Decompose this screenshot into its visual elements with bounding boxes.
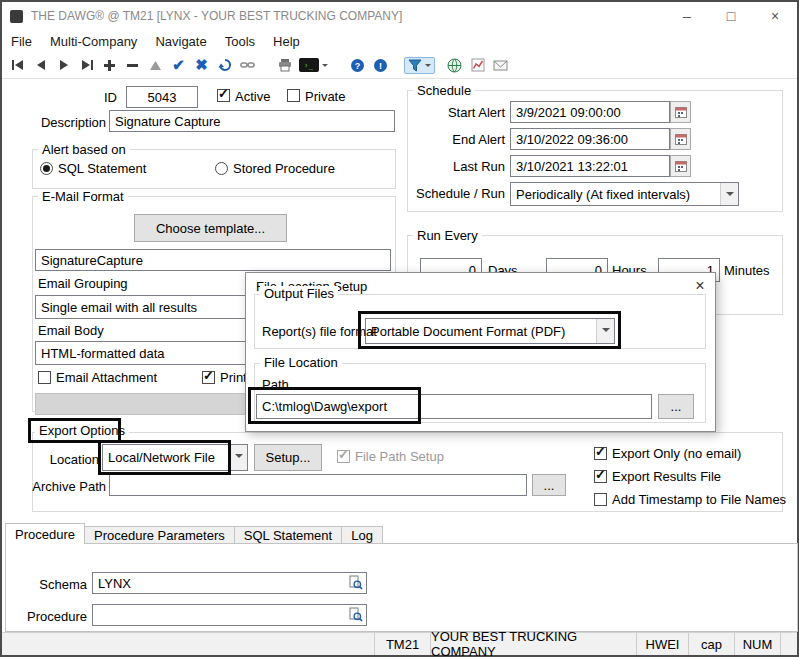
lookup-icon xyxy=(348,575,363,590)
path-browse-button[interactable]: ... xyxy=(658,394,694,419)
schema-field[interactable]: LYNX xyxy=(92,572,367,594)
export-results-checkbox[interactable] xyxy=(594,470,607,483)
status-num: NUM xyxy=(735,633,781,655)
last-record-button[interactable] xyxy=(75,54,98,76)
calendar-icon xyxy=(675,133,687,145)
procedure-label: Procedure xyxy=(22,609,87,624)
procedure-lookup-button[interactable] xyxy=(348,607,363,622)
first-record-button[interactable] xyxy=(6,54,29,76)
print-checkbox[interactable] xyxy=(202,371,215,384)
sql-statement-radio[interactable] xyxy=(40,162,53,175)
delete-record-icon[interactable] xyxy=(121,54,144,76)
maximize-button[interactable]: □ xyxy=(709,2,753,30)
tab-procedure[interactable]: Procedure xyxy=(5,523,85,544)
menu-file[interactable]: File xyxy=(2,32,41,51)
close-button[interactable]: × xyxy=(753,2,797,30)
add-record-icon[interactable] xyxy=(98,54,121,76)
tab-procedure-parameters[interactable]: Procedure Parameters xyxy=(85,526,235,544)
previous-record-button[interactable] xyxy=(29,54,52,76)
email-attachment-label: Email Attachment xyxy=(56,370,157,385)
last-run-field[interactable]: 3/10/2021 13:22:01 xyxy=(510,155,670,177)
choose-template-button[interactable]: Choose template... xyxy=(134,214,287,242)
schema-label: Schema xyxy=(37,577,87,592)
email-attachment-checkbox[interactable] xyxy=(38,371,51,384)
print-label: Print xyxy=(220,370,247,385)
last-run-calendar-button[interactable] xyxy=(670,155,691,177)
calendar-icon xyxy=(675,160,687,172)
stored-procedure-label: Stored Procedure xyxy=(233,161,335,176)
console-icon: ›_ xyxy=(299,58,319,72)
next-record-button[interactable] xyxy=(52,54,75,76)
calendar-icon xyxy=(675,106,687,118)
chevron-down-icon xyxy=(425,64,431,70)
chart-icon[interactable] xyxy=(466,54,489,76)
console-button[interactable]: ›_ xyxy=(296,54,330,76)
info-icon[interactable]: ! xyxy=(369,54,392,76)
schedule-run-select[interactable]: Periodically (At fixed intervals) xyxy=(510,182,739,206)
menu-navigate[interactable]: Navigate xyxy=(146,32,215,51)
procedure-field[interactable] xyxy=(92,604,367,626)
status-user: HWEI xyxy=(637,633,689,655)
description-label: Description xyxy=(22,115,106,130)
chevron-down-icon xyxy=(322,64,328,70)
lookup-icon xyxy=(348,607,363,622)
end-alert-label: End Alert xyxy=(410,132,505,147)
id-field[interactable]: 5043 xyxy=(126,86,198,108)
file-path-setup-label: File Path Setup xyxy=(355,449,444,464)
stored-procedure-radio[interactable] xyxy=(215,162,228,175)
email-grouping-label: Email Grouping xyxy=(38,276,128,291)
menu-multi-company[interactable]: Multi-Company xyxy=(41,32,146,51)
chevron-down-icon[interactable] xyxy=(596,319,614,343)
end-alert-field[interactable]: 3/10/2022 09:36:00 xyxy=(510,128,670,150)
refresh-icon[interactable] xyxy=(213,54,236,76)
tab-log[interactable]: Log xyxy=(342,526,383,544)
add-timestamp-label: Add Timestamp to File Names xyxy=(612,492,786,507)
export-only-checkbox[interactable] xyxy=(594,447,607,460)
path-field[interactable]: C:\tmlog\Dawg\export xyxy=(256,394,652,419)
private-checkbox[interactable] xyxy=(287,89,300,102)
end-alert-calendar-button[interactable] xyxy=(670,128,691,150)
app-window: THE DAWG® @ TM21 [LYNX - YOUR BEST TRUCK… xyxy=(0,0,799,657)
move-up-icon[interactable] xyxy=(144,54,167,76)
template-name-field[interactable]: SignatureCapture xyxy=(35,249,391,271)
status-cap: cap xyxy=(689,633,735,655)
minimize-button[interactable]: – xyxy=(665,2,709,30)
setup-button[interactable]: Setup... xyxy=(254,444,322,471)
tab-strip: Procedure Procedure Parameters SQL State… xyxy=(5,523,383,544)
cancel-icon[interactable]: ✖ xyxy=(190,54,213,76)
dialog-close-button[interactable]: × xyxy=(689,276,711,296)
location-select[interactable]: Local/Network File xyxy=(102,444,248,471)
menu-help[interactable]: Help xyxy=(264,32,309,51)
chevron-down-icon[interactable] xyxy=(720,183,738,205)
active-label: Active xyxy=(235,89,270,104)
unlink-icon[interactable] xyxy=(236,54,259,76)
minutes-label: Minutes xyxy=(724,263,770,278)
web-icon[interactable] xyxy=(443,54,466,76)
email-icon[interactable] xyxy=(489,54,512,76)
window-title: THE DAWG® @ TM21 [LYNX - YOUR BEST TRUCK… xyxy=(31,9,665,23)
help-icon[interactable]: ? xyxy=(346,54,369,76)
active-checkbox[interactable] xyxy=(217,89,230,102)
description-field[interactable]: Signature Capture xyxy=(109,110,395,132)
report-format-select[interactable]: Portable Document Format (PDF) xyxy=(365,318,615,344)
report-format-label: Report(s) file format xyxy=(262,324,377,339)
schema-lookup-button[interactable] xyxy=(348,575,363,590)
start-alert-field[interactable]: 3/9/2021 09:00:00 xyxy=(510,101,670,123)
filter-button[interactable] xyxy=(404,57,435,74)
schedule-legend: Schedule xyxy=(413,83,475,98)
archive-path-field[interactable] xyxy=(109,474,527,496)
save-icon[interactable]: ✔ xyxy=(167,54,190,76)
file-location-legend: File Location xyxy=(260,355,342,370)
chevron-down-icon[interactable] xyxy=(229,445,247,470)
private-label: Private xyxy=(305,89,345,104)
print-icon[interactable] xyxy=(273,54,296,76)
start-alert-calendar-button[interactable] xyxy=(670,101,691,123)
menu-tools[interactable]: Tools xyxy=(216,32,264,51)
svg-text:?: ? xyxy=(355,61,361,71)
tab-sql-statement[interactable]: SQL Statement xyxy=(235,526,342,544)
export-only-label: Export Only (no email) xyxy=(612,446,741,461)
status-bar: TM21 YOUR BEST TRUCKING COMPANY HWEI cap… xyxy=(2,632,797,655)
archive-browse-button[interactable]: ... xyxy=(532,474,566,496)
add-timestamp-checkbox[interactable] xyxy=(594,493,607,506)
schedule-run-label: Schedule / Run xyxy=(410,186,505,201)
